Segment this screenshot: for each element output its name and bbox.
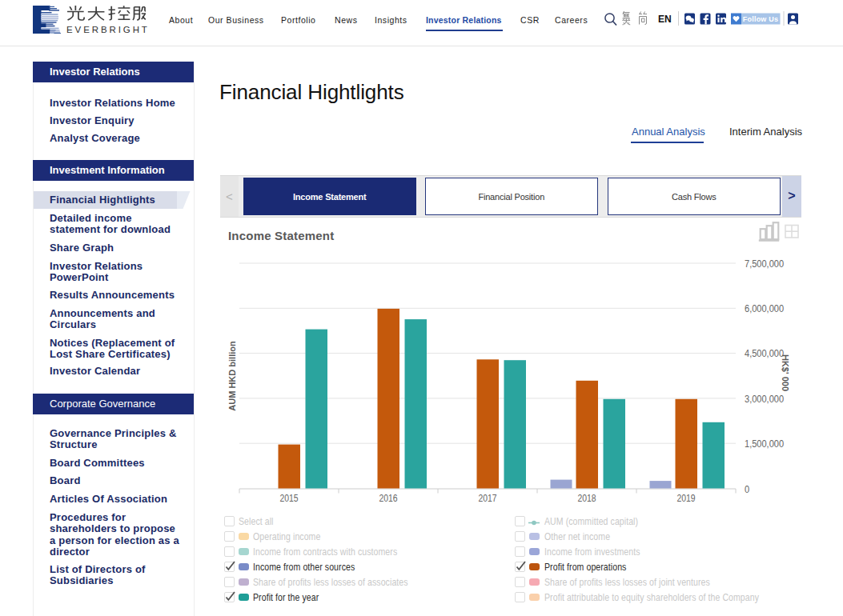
svg-text:2015: 2015 (279, 491, 299, 502)
svg-text:1,500,000: 1,500,000 (745, 438, 784, 450)
svg-text:2017: 2017 (478, 491, 496, 502)
svg-text:2016: 2016 (379, 491, 398, 502)
svg-text:3,000,000: 3,000,000 (745, 393, 784, 405)
svg-text:2018: 2018 (577, 491, 596, 502)
svg-text:2019: 2019 (676, 491, 695, 502)
svg-text:HK$' 000: HK$' 000 (781, 354, 790, 391)
svg-text:EN: EN (658, 14, 672, 25)
svg-text:0: 0 (745, 483, 749, 495)
svg-text:6,000,000: 6,000,000 (745, 302, 784, 314)
svg-text:7,500,000: 7,500,000 (745, 258, 784, 270)
svg-text:Follow Us: Follow Us (743, 15, 778, 23)
svg-text:4,500,000: 4,500,000 (745, 347, 784, 359)
svg-text:AUM HKD billion: AUM HKD billion (227, 341, 237, 411)
